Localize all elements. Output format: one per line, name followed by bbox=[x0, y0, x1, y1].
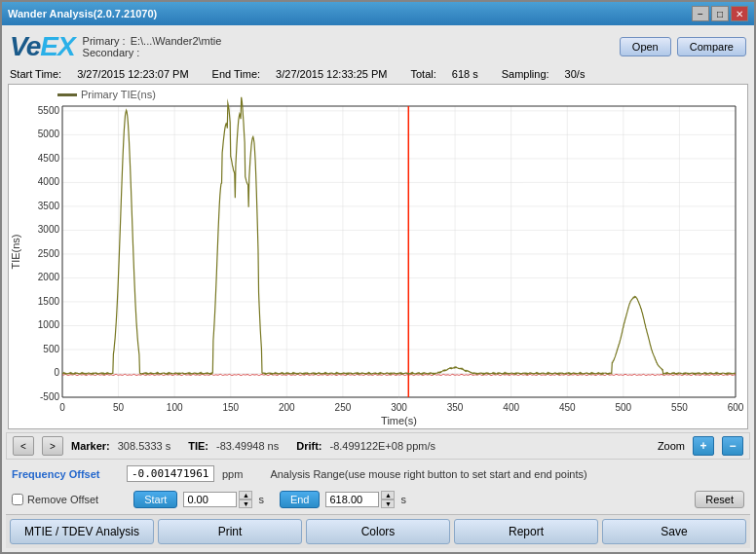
legend-line-icon bbox=[57, 93, 77, 96]
remove-offset-label[interactable]: Remove Offset bbox=[12, 494, 98, 505]
mtie-tdev-button[interactable]: MTIE / TDEV Analysis bbox=[10, 519, 154, 544]
save-button[interactable]: Save bbox=[602, 519, 746, 544]
marker-bar: < > Marker: 308.5333 s TIE: -83.49948 ns… bbox=[6, 432, 750, 460]
total-value: 618 s bbox=[452, 68, 478, 80]
freq-unit: ppm bbox=[222, 468, 243, 480]
title-bar-left: Wander Analysis(2.0.7.21070) bbox=[8, 8, 157, 19]
start-spinners: ▲ ▼ bbox=[239, 491, 252, 508]
total-label: Total: bbox=[410, 68, 435, 80]
zoom-in-button[interactable]: + bbox=[693, 436, 714, 456]
print-button[interactable]: Print bbox=[158, 519, 302, 544]
start-time-value: 3/27/2015 12:23:07 PM bbox=[77, 68, 188, 80]
start-value-wrap: ▲ ▼ bbox=[183, 491, 252, 508]
bottom-bar: MTIE / TDEV Analysis Print Colors Report… bbox=[6, 514, 750, 548]
range-section: Start ▲ ▼ s End ▲ ▼ s bbox=[133, 491, 744, 508]
chart-legend: Primary TIE(ns) bbox=[57, 89, 156, 100]
end-value-wrap: ▲ ▼ bbox=[325, 491, 395, 508]
close-button[interactable]: ✕ bbox=[731, 6, 748, 21]
start-spin-down[interactable]: ▼ bbox=[239, 499, 252, 508]
sampling-label: Sampling: bbox=[502, 68, 549, 80]
start-range-button[interactable]: Start bbox=[133, 491, 177, 508]
chart-area: Primary TIE(ns) bbox=[8, 84, 748, 429]
zoom-label: Zoom bbox=[658, 440, 685, 452]
chart-canvas[interactable] bbox=[9, 85, 747, 428]
end-spin-down[interactable]: ▼ bbox=[381, 499, 395, 508]
analysis-row: Remove Offset Start ▲ ▼ s End ▲ bbox=[6, 488, 750, 511]
report-button[interactable]: Report bbox=[454, 519, 598, 544]
legend-label: Primary TIE(ns) bbox=[81, 89, 156, 100]
title-bar: Wander Analysis(2.0.7.21070) − □ ✕ bbox=[2, 2, 754, 25]
freq-label: Frequency Offset bbox=[12, 468, 119, 480]
reset-button[interactable]: Reset bbox=[695, 491, 744, 508]
colors-button[interactable]: Colors bbox=[306, 519, 450, 544]
zoom-out-button[interactable]: − bbox=[722, 436, 743, 456]
title-bar-controls: − □ ✕ bbox=[692, 6, 748, 21]
freq-value: -0.001471961 bbox=[127, 465, 214, 482]
marker-value: 308.5333 s bbox=[118, 440, 170, 452]
info-bar: Start Time: 3/27/2015 12:23:07 PM End Ti… bbox=[6, 67, 750, 81]
minimize-button[interactable]: − bbox=[692, 6, 709, 21]
main-window: Wander Analysis(2.0.7.21070) − □ ✕ VeEX … bbox=[0, 0, 756, 554]
top-buttons: Open Compare bbox=[620, 37, 746, 56]
tie-label: TIE: bbox=[188, 440, 208, 452]
end-range-button[interactable]: End bbox=[280, 491, 321, 508]
start-time-label: Start Time: bbox=[10, 68, 61, 80]
end-spin-up[interactable]: ▲ bbox=[381, 491, 395, 499]
compare-button[interactable]: Compare bbox=[677, 37, 746, 56]
end-time-value: 3/27/2015 12:33:25 PM bbox=[276, 68, 387, 80]
open-button[interactable]: Open bbox=[620, 37, 671, 56]
path-info: Primary : E:\...\Wander2\mtie Secondary … bbox=[83, 35, 222, 58]
window-title: Wander Analysis(2.0.7.21070) bbox=[8, 8, 157, 19]
logo-section: VeEX Primary : E:\...\Wander2\mtie Secon… bbox=[10, 31, 221, 62]
drift-value: -8.499122E+08 ppm/s bbox=[329, 440, 435, 452]
prev-marker-button[interactable]: < bbox=[13, 436, 34, 456]
start-unit: s bbox=[258, 494, 264, 505]
end-spinners: ▲ ▼ bbox=[381, 491, 395, 508]
marker-label: Marker: bbox=[71, 440, 110, 452]
content-area: VeEX Primary : E:\...\Wander2\mtie Secon… bbox=[2, 25, 754, 552]
end-range-input[interactable] bbox=[325, 492, 379, 507]
tie-value: -83.49948 ns bbox=[216, 440, 279, 452]
sampling-value: 30/s bbox=[565, 68, 586, 80]
secondary-path: Secondary : bbox=[83, 47, 222, 58]
end-unit: s bbox=[400, 494, 406, 505]
top-bar: VeEX Primary : E:\...\Wander2\mtie Secon… bbox=[6, 29, 750, 64]
start-spin-up[interactable]: ▲ bbox=[239, 491, 252, 499]
veex-logo: VeEX bbox=[10, 31, 75, 62]
start-range-input[interactable] bbox=[183, 492, 237, 507]
maximize-button[interactable]: □ bbox=[711, 6, 729, 21]
primary-path: Primary : E:\...\Wander2\mtie bbox=[83, 35, 222, 47]
drift-label: Drift: bbox=[296, 440, 321, 452]
analysis-text: Analysis Range(use mouse right button to… bbox=[270, 468, 744, 480]
frequency-row: Frequency Offset -0.001471961 ppm Analys… bbox=[6, 462, 750, 485]
next-marker-button[interactable]: > bbox=[42, 436, 63, 456]
remove-offset-checkbox[interactable] bbox=[12, 494, 23, 505]
end-time-label: End Time: bbox=[212, 68, 261, 80]
